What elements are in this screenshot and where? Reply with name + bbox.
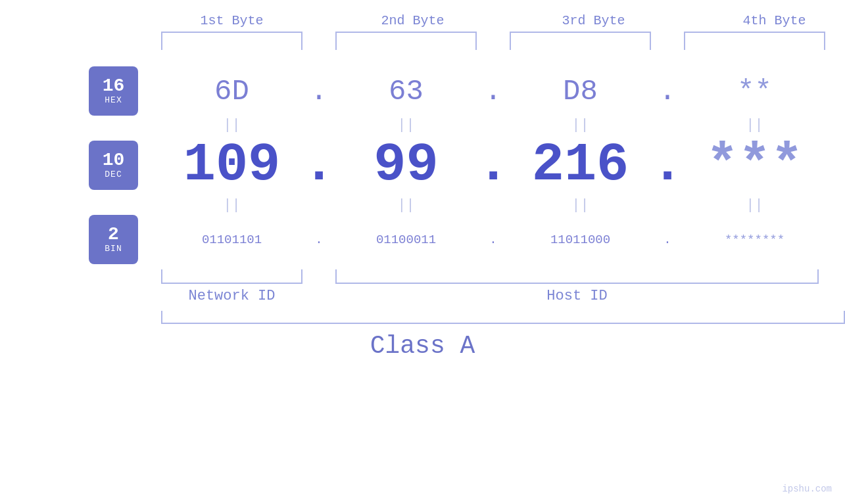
full-bottom-bracket [161,311,845,324]
dec-badge: 10 DEC [89,141,138,190]
watermark: ipshu.com [782,484,832,494]
bin-dot2: . [477,233,510,247]
bin-dot1: . [302,233,335,247]
eq2-b2: || [335,197,477,214]
hex-byte3: D8 [510,75,651,108]
bin-badge: 2 BIN [89,215,138,264]
dec-dot1: . [302,135,335,196]
dec-byte4: *** [684,135,825,196]
top-bracket-3 [510,32,651,50]
host-bracket [335,269,819,284]
dec-byte2: 99 [335,135,477,196]
eq1-b4: || [684,117,825,133]
hex-byte2: 63 [335,75,477,108]
col-header-3: 3rd Byte [523,13,664,28]
eq2-b1: || [161,197,302,214]
hex-byte1: 6D [161,75,302,108]
eq1-b2: || [335,117,477,133]
top-bracket-4 [684,32,825,50]
top-bracket-2 [335,32,477,50]
dec-byte1: 109 [161,135,302,196]
id-labels: Network ID Host ID [161,288,845,304]
class-label: Class A [0,332,845,360]
net-bracket [161,269,302,284]
bin-row: 2 BIN 01101101 . 01100011 . 11011000 . *… [0,215,845,264]
top-bracket-1 [161,32,302,50]
bin-byte4: ******** [684,233,825,247]
network-id-label: Network ID [161,288,302,304]
main-container: 1st Byte 2nd Byte 3rd Byte 4th Byte 16 H… [0,0,845,504]
hex-dot1: . [302,75,335,108]
hex-badge: 16 HEX [89,66,138,116]
bin-byte1: 01101101 [161,233,302,247]
bin-dot3: . [651,233,684,247]
col-header-4: 4th Byte [704,13,845,28]
eq1-b1: || [161,117,302,133]
eq1-b3: || [510,117,651,133]
dec-dot2: . [477,135,510,196]
bin-byte2: 01100011 [335,233,477,247]
col-header-1: 1st Byte [161,13,302,28]
hex-byte4: ** [684,75,825,108]
dec-row: 10 DEC 109 . 99 . 216 . *** [0,135,845,196]
dec-byte3: 216 [510,135,651,196]
dec-dot3: . [651,135,684,196]
hex-dot3: . [651,75,684,108]
bin-byte3: 11011000 [510,233,651,247]
hex-row: 16 HEX 6D . 63 . D8 . ** [0,66,845,116]
host-id-label: Host ID [335,288,819,304]
equals-row-1: || || || || [0,117,845,133]
eq2-b4: || [684,197,825,214]
eq2-b3: || [510,197,651,214]
hex-dot2: . [477,75,510,108]
col-header-2: 2nd Byte [342,13,483,28]
bottom-brackets [161,269,845,284]
equals-row-2: || || || || [0,197,845,214]
